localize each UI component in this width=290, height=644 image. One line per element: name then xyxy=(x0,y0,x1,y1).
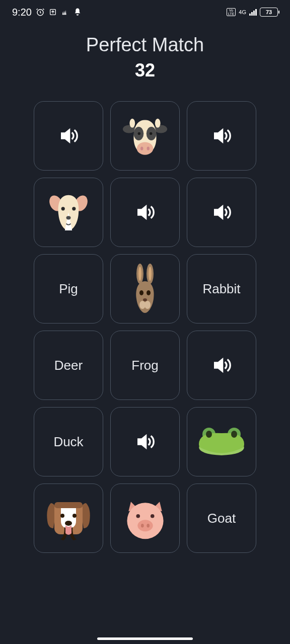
card-sound[interactable] xyxy=(110,178,180,247)
card-rabbit-text[interactable]: Rabbit xyxy=(187,254,256,324)
game-header: Perfect Match 32 xyxy=(0,34,290,81)
card-pig-image[interactable] xyxy=(110,484,180,553)
card-sheep-image[interactable] xyxy=(34,178,103,247)
leaf-icon xyxy=(61,8,69,16)
svg-point-22 xyxy=(139,290,143,295)
card-cow-image[interactable] xyxy=(110,101,180,171)
card-deer-text[interactable]: Deer xyxy=(34,331,103,400)
svg-point-11 xyxy=(140,147,143,150)
network-label: 4G xyxy=(239,10,246,15)
svg-point-38 xyxy=(150,514,154,518)
svg-point-40 xyxy=(140,523,143,527)
battery-level: 73 xyxy=(266,9,272,15)
card-label: Goat xyxy=(207,511,236,526)
card-sound[interactable] xyxy=(110,407,180,476)
signal-icon xyxy=(249,9,257,16)
pig-icon xyxy=(121,495,169,542)
dog-icon xyxy=(43,493,94,543)
svg-point-9 xyxy=(150,132,152,135)
card-frog-image[interactable] xyxy=(187,407,256,476)
card-label: Rabbit xyxy=(202,281,240,297)
svg-point-16 xyxy=(72,207,76,210)
sheep-icon xyxy=(46,190,91,235)
card-frog-text[interactable]: Frog xyxy=(110,331,180,400)
card-sound[interactable] xyxy=(187,331,256,400)
card-label: Pig xyxy=(59,281,78,297)
battery-icon: 73 xyxy=(260,8,278,17)
volte-icon: Vo LTE xyxy=(227,8,236,16)
card-pig-text[interactable]: Pig xyxy=(34,254,103,324)
card-duck-text[interactable]: Duck xyxy=(34,407,103,476)
card-sound[interactable] xyxy=(34,101,103,171)
status-bar: 9:20 Vo LTE 4G 73 xyxy=(0,0,290,24)
cow-icon xyxy=(122,113,168,158)
card-sound[interactable] xyxy=(187,178,256,247)
svg-point-34 xyxy=(72,514,77,518)
svg-point-5 xyxy=(155,119,161,128)
speaker-icon xyxy=(211,202,232,222)
svg-point-10 xyxy=(137,142,153,155)
svg-point-20 xyxy=(138,267,141,281)
alarm-icon xyxy=(36,8,45,17)
svg-point-26 xyxy=(144,301,151,309)
speaker-icon xyxy=(58,126,79,146)
status-time: 9:20 xyxy=(12,7,32,18)
svg-point-41 xyxy=(147,523,150,527)
svg-point-8 xyxy=(138,132,140,135)
svg-point-21 xyxy=(149,267,152,281)
svg-point-4 xyxy=(129,119,135,128)
card-dog-image[interactable] xyxy=(34,484,103,553)
card-sound[interactable] xyxy=(187,101,256,171)
svg-point-39 xyxy=(137,520,153,531)
upload-icon xyxy=(49,8,57,16)
svg-point-15 xyxy=(61,207,65,210)
svg-point-33 xyxy=(60,514,64,518)
speaker-icon xyxy=(211,355,232,375)
svg-point-12 xyxy=(147,147,150,150)
score-value: 32 xyxy=(0,60,290,81)
rabbit-icon xyxy=(127,264,163,314)
card-label: Deer xyxy=(54,358,83,373)
card-label: Duck xyxy=(53,434,83,450)
card-grid: Pig Rabbit Deer Frog Duck xyxy=(0,101,290,553)
speaker-icon xyxy=(211,126,232,146)
page-title: Perfect Match xyxy=(0,34,290,56)
notification-icon xyxy=(73,8,82,17)
svg-point-35 xyxy=(65,521,72,526)
frog-icon xyxy=(196,424,247,459)
speaker-icon xyxy=(135,432,155,452)
home-indicator[interactable] xyxy=(97,637,193,640)
card-label: Frog xyxy=(131,358,158,373)
svg-point-37 xyxy=(136,514,140,518)
status-left: 9:20 xyxy=(12,7,82,18)
status-right: Vo LTE 4G 73 xyxy=(227,8,278,17)
svg-point-30 xyxy=(231,431,237,438)
svg-point-17 xyxy=(66,216,71,219)
svg-point-29 xyxy=(206,431,212,438)
svg-rect-32 xyxy=(54,502,83,508)
speaker-icon xyxy=(135,202,155,222)
svg-point-24 xyxy=(143,298,147,301)
card-goat-text[interactable]: Goat xyxy=(187,484,256,553)
card-rabbit-image[interactable] xyxy=(110,254,180,324)
svg-point-23 xyxy=(147,290,151,295)
